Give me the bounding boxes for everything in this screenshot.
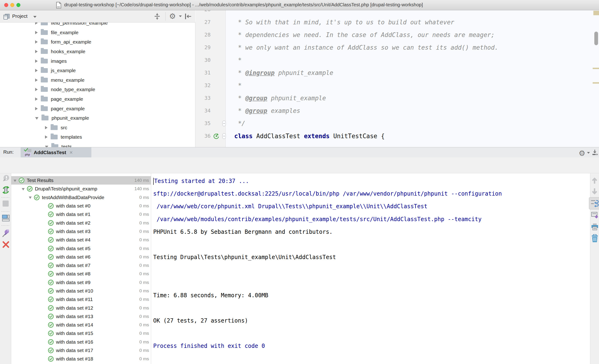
- editor-line-35[interactable]: 35 */: [196, 117, 599, 130]
- code-fold-icon[interactable]: [222, 133, 226, 139]
- project-item-pager_example[interactable]: pager_example: [0, 104, 195, 113]
- test-item-with data set #19[interactable]: with data set #190 ms: [11, 363, 151, 364]
- error-stripe-warning-mark[interactable]: [593, 68, 599, 69]
- hide-panel-button[interactable]: [184, 13, 192, 20]
- chevron-right-icon[interactable]: [35, 31, 38, 34]
- test-item-Test Results[interactable]: Test Results140 ms: [11, 176, 151, 185]
- test-item-with data set #8[interactable]: with data set #80 ms: [11, 270, 151, 278]
- project-item-field_permission_example[interactable]: field_permission_example: [0, 22, 195, 28]
- error-stripe-warning-mark[interactable]: [593, 82, 599, 84]
- test-item-with data set #16[interactable]: with data set #160 ms: [11, 338, 151, 346]
- close-tool-window-button[interactable]: [2, 241, 10, 248]
- editor-line-31[interactable]: 31 * @ingroup phpunit_example: [196, 67, 599, 79]
- test-item-with data set #17[interactable]: with data set #170 ms: [11, 346, 151, 355]
- test-item-with data set #1[interactable]: with data set #10 ms: [11, 210, 151, 219]
- run-test-gutter-icon[interactable]: [213, 133, 220, 139]
- folder-icon: [51, 135, 58, 139]
- editor-scrollbar[interactable]: [594, 32, 598, 45]
- project-item-images[interactable]: images: [0, 56, 195, 66]
- editor-line-36[interactable]: 36class AddClassTest extends UnitTestCas…: [196, 130, 599, 142]
- stop-button[interactable]: [3, 201, 9, 207]
- scroll-to-end-button[interactable]: [591, 212, 599, 220]
- chevron-right-icon[interactable]: [35, 22, 38, 25]
- project-item-page_example[interactable]: page_example: [0, 94, 195, 104]
- chevron-right-icon[interactable]: [35, 88, 38, 91]
- pin-tab-button[interactable]: [2, 228, 10, 238]
- restore-layout-button[interactable]: [2, 214, 10, 222]
- project-item-tests[interactable]: tests: [0, 142, 195, 147]
- test-item-with data set #15[interactable]: with data set #150 ms: [11, 329, 151, 337]
- project-item-node_type_example[interactable]: node_type_example: [0, 85, 195, 94]
- gear-dropdown-chevron-icon[interactable]: [179, 16, 182, 17]
- editor-line-26[interactable]: 26: [196, 10, 599, 16]
- chevron-right-icon[interactable]: [45, 135, 48, 139]
- hide-tool-window-button[interactable]: [591, 149, 598, 156]
- chevron-right-icon[interactable]: [35, 40, 38, 44]
- zoom-window-button[interactable]: [16, 3, 20, 7]
- print-button[interactable]: [591, 223, 599, 231]
- down-stacktrace-button[interactable]: [591, 188, 598, 195]
- test-item-with data set #11[interactable]: with data set #110 ms: [11, 295, 151, 303]
- close-window-button[interactable]: [4, 3, 8, 7]
- test-item-with data set #4[interactable]: with data set #40 ms: [11, 236, 151, 244]
- run-tab[interactable]: php AddClassTest ×: [21, 147, 91, 158]
- test-item-testAddWithBadDataProvide[interactable]: testAddWithBadDataProvide0 ms: [11, 193, 151, 202]
- rerun-failed-tests-button[interactable]: [2, 174, 10, 182]
- test-item-with data set #5[interactable]: with data set #50 ms: [11, 244, 151, 252]
- test-item-with data set #14[interactable]: with data set #140 ms: [11, 321, 151, 329]
- editor-line-33[interactable]: 33 * @group phpunit_example: [196, 92, 599, 105]
- toggle-auto-test-button[interactable]: [2, 186, 10, 195]
- editor-line-32[interactable]: 32 *: [196, 79, 599, 92]
- up-stacktrace-button[interactable]: [591, 177, 598, 184]
- editor-line-30[interactable]: 30 *: [196, 54, 599, 67]
- test-item-with data set #3[interactable]: with data set #30 ms: [11, 227, 151, 236]
- chevron-right-icon[interactable]: [35, 60, 38, 63]
- project-item-src[interactable]: src: [0, 123, 195, 133]
- project-item-js_example[interactable]: js_example: [0, 66, 195, 75]
- test-item-with data set #0[interactable]: with data set #00 ms: [11, 202, 151, 210]
- chevron-right-icon[interactable]: [45, 126, 48, 129]
- test-item-with data set #9[interactable]: with data set #90 ms: [11, 278, 151, 287]
- editor[interactable]: 2627 * So with that in mind, it's up to …: [196, 10, 599, 147]
- test-item-with data set #7[interactable]: with data set #70 ms: [11, 261, 151, 270]
- chevron-down-icon[interactable]: [33, 16, 36, 18]
- chevron-right-icon[interactable]: [35, 50, 38, 53]
- chevron-down-icon[interactable]: [22, 188, 25, 190]
- gear-icon[interactable]: ⚙: [579, 149, 585, 158]
- editor-line-27[interactable]: 27 * So with that in mind, it's up to us…: [196, 16, 599, 29]
- chevron-right-icon[interactable]: [35, 98, 38, 101]
- chevron-down-icon[interactable]: [29, 196, 32, 199]
- minimize-window-button[interactable]: [10, 3, 14, 7]
- code-fold-icon[interactable]: [222, 121, 226, 126]
- test-item-with data set #13[interactable]: with data set #130 ms: [11, 312, 151, 321]
- chevron-down-icon[interactable]: [14, 180, 16, 182]
- project-item-label: node_type_example: [51, 87, 95, 92]
- close-tab-icon[interactable]: ×: [69, 149, 73, 156]
- test-item-with data set #6[interactable]: with data set #60 ms: [11, 253, 151, 261]
- test-item-with data set #18[interactable]: with data set #180 ms: [11, 355, 151, 363]
- collapse-all-button[interactable]: [153, 13, 161, 20]
- project-item-phpunit_example[interactable]: phpunit_example: [0, 113, 195, 123]
- editor-line-29[interactable]: 29 * we only want an instance of AddClas…: [196, 41, 599, 54]
- chevron-right-icon[interactable]: [35, 69, 38, 72]
- gear-dropdown-chevron-icon[interactable]: [587, 152, 590, 154]
- test-item-Drupal\Tests\phpunit_examp[interactable]: Drupal\Tests\phpunit_examp140 ms: [11, 185, 151, 193]
- test-item-with data set #10[interactable]: with data set #100 ms: [11, 287, 151, 295]
- clear-console-button[interactable]: [591, 234, 599, 243]
- chevron-right-icon[interactable]: [35, 79, 38, 82]
- chevron-right-icon[interactable]: [35, 107, 38, 110]
- run-console[interactable]: Testing started at 20:37 ...sftp://docke…: [151, 173, 590, 364]
- chevron-down-icon[interactable]: [35, 117, 38, 120]
- test-item-with data set #12[interactable]: with data set #120 ms: [11, 303, 151, 312]
- project-item-templates[interactable]: templates: [0, 132, 195, 142]
- project-panel-title[interactable]: Project: [12, 13, 27, 19]
- soft-wrap-toggle[interactable]: [589, 197, 599, 209]
- test-item-with data set #2[interactable]: with data set #20 ms: [11, 219, 151, 227]
- project-item-hooks_example[interactable]: hooks_example: [0, 47, 195, 56]
- editor-line-34[interactable]: 34 * @group examples: [196, 105, 599, 117]
- project-item-menu_example[interactable]: menu_example: [0, 75, 195, 85]
- gear-icon[interactable]: ⚙: [169, 12, 176, 21]
- editor-line-28[interactable]: 28 * dependencies we need. In the case o…: [196, 29, 599, 41]
- project-item-file_example[interactable]: file_example: [0, 28, 195, 37]
- project-item-form_api_example[interactable]: form_api_example: [0, 37, 195, 47]
